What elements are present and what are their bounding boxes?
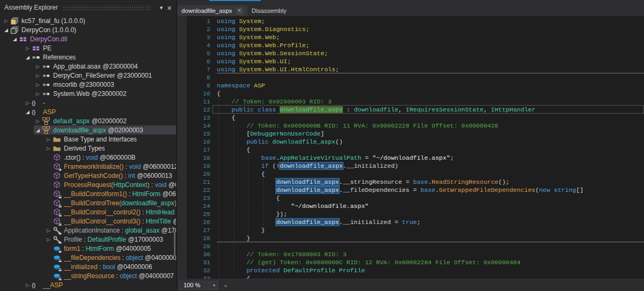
code-line[interactable]: 27 } — [187, 226, 644, 234]
tab-downloadfile-aspx[interactable]: downloadfile_aspx × — [177, 5, 247, 16]
code-line[interactable]: 9namespace ASP — [187, 81, 644, 89]
tree-item[interactable]: ▷{}- — [0, 98, 176, 107]
code-line[interactable]: 24 "~/downloadfile.aspx" — [187, 202, 644, 210]
expander-icon[interactable]: ◢ — [2, 27, 10, 33]
tree-item[interactable]: ◢{}ASP — [0, 107, 176, 116]
code-line[interactable]: 17 { — [187, 146, 644, 154]
tree-item[interactable]: ▷mscorlib @23000003 — [0, 80, 176, 89]
code-line[interactable]: 33 { — [187, 274, 644, 279]
tree-item[interactable]: ◢downloadfile_aspx @02000003 — [0, 125, 176, 135]
tree-item[interactable]: form1 : HtmlForm @04000005 — [0, 244, 176, 253]
tree-item[interactable]: FrameworkInitialize() : void @06000012 — [0, 162, 176, 171]
expander-icon[interactable]: ▷ — [45, 228, 53, 233]
tree-item[interactable]: __BuildControl__control3() : HtmlTitle @ — [0, 217, 176, 226]
tree-item[interactable]: __initialized : bool @04000006 — [0, 262, 176, 271]
expander-icon[interactable]: ▷ — [34, 82, 42, 87]
zoom-combo[interactable]: 100 % ▾ — [179, 281, 218, 290]
code-line-text: }); — [217, 210, 287, 218]
code-line[interactable]: 14 // Token: 0x0600000B RID: 11 RVA: 0x0… — [187, 122, 644, 130]
tree-item[interactable]: ◢DerpyCon (1.0.0.0) — [0, 25, 176, 34]
expander-icon[interactable]: ▷ — [24, 46, 32, 51]
tree-item[interactable]: ▷DerpyCon_FileServer @23000001 — [0, 71, 176, 80]
tree-item[interactable]: __fileDependencies : object @04000008 — [0, 253, 176, 262]
tree-item-label: .ctor() : void @0600000B — [64, 154, 136, 161]
tree-item[interactable]: ▷App_global.asax @23000004 — [0, 62, 176, 71]
scroll-left-icon[interactable]: ◂ — [224, 282, 226, 288]
panel-close-icon[interactable]: × — [167, 4, 172, 12]
code-line[interactable]: 3using System.Web; — [187, 33, 644, 41]
code-line[interactable]: 20 { — [187, 170, 644, 178]
tree-item[interactable]: ▷System.Web @23000002 — [0, 89, 176, 98]
expander-icon[interactable]: ▷ — [34, 64, 42, 69]
panel-menu-icon[interactable]: ▾ — [160, 5, 163, 11]
tree-item[interactable]: __BuildControlform1() : HtmlForm @060 — [0, 189, 176, 198]
code-line[interactable]: 2using System.Diagnostics; — [187, 25, 644, 33]
code-line[interactable]: 12 public class downloadfile_aspx : down… — [187, 106, 644, 114]
code-line[interactable]: 13 { — [187, 114, 644, 122]
tree-item[interactable]: ◢References — [0, 53, 176, 62]
tree-item[interactable]: ▷Base Type and Interfaces — [0, 135, 176, 144]
expander-icon[interactable]: ▷ — [45, 137, 53, 142]
code-line[interactable]: 28 } — [187, 234, 644, 242]
tree-item[interactable]: ◢DerpyCon.dll — [0, 34, 176, 43]
panel-drag-grip[interactable] — [63, 5, 151, 10]
code-line[interactable]: 5using System.Web.SessionState; — [187, 49, 644, 57]
method-icon — [53, 190, 61, 198]
expander-icon[interactable]: ▷ — [24, 100, 32, 106]
code-line[interactable]: 29 — [187, 242, 644, 250]
tab-disassembly[interactable]: Disassembly — [247, 5, 291, 16]
code-line[interactable]: 15 [DebuggerNonUserCode] — [187, 130, 644, 138]
expander-icon[interactable]: ▷ — [34, 118, 42, 124]
expander-icon[interactable]: ▷ — [24, 282, 32, 288]
code-line[interactable]: 25 }); — [187, 210, 644, 218]
code-line[interactable]: 16 public downloadfile_aspx() — [187, 138, 644, 146]
code-line[interactable]: 6using System.Web.UI; — [187, 57, 644, 65]
expander-icon[interactable]: ▷ — [34, 73, 42, 78]
tree-item[interactable]: ▷default_aspx @02000002 — [0, 116, 176, 125]
tree-item[interactable]: GetTypeHashCode() : int @06000013 — [0, 171, 176, 180]
tree-item[interactable]: __BuildControl__control2() : HtmlHead @ — [0, 207, 176, 217]
line-number: 19 — [187, 162, 210, 170]
tree-item[interactable]: ▷Derived Types — [0, 144, 176, 153]
expander-icon[interactable]: ▷ — [45, 146, 53, 151]
expander-icon[interactable]: ◢ — [11, 36, 19, 42]
code-line[interactable]: 8 — [187, 73, 644, 81]
code-line[interactable]: 30 // Token: 0x17000003 RID: 3 — [187, 250, 644, 258]
tree-item[interactable]: ▷kc57_final_fu (1.0.0.0) — [0, 16, 176, 25]
code-line[interactable]: 32 protected DefaultProfile Profile — [187, 266, 644, 274]
code-line[interactable]: 22 downloadfile_aspx.__fileDependencies … — [187, 186, 644, 194]
expander-icon[interactable]: ◢ — [24, 109, 32, 115]
expander-icon[interactable]: ◢ — [34, 128, 42, 133]
tab-close-icon[interactable]: × — [236, 8, 243, 14]
expander-icon[interactable]: ▷ — [45, 237, 53, 242]
code-line[interactable]: 23 { — [187, 194, 644, 202]
tree-item[interactable]: .ctor() : void @0600000B — [0, 153, 176, 162]
zoom-level-value[interactable]: 100 % — [179, 281, 209, 290]
code-line[interactable]: 4using System.Web.Profile; — [187, 41, 644, 49]
code-editor[interactable]: 1using System;2using System.Diagnostics;… — [177, 16, 644, 279]
code-line[interactable]: 18 base.AppRelativeVirtualPath = "~/down… — [187, 154, 644, 162]
tree-item[interactable]: __stringResource : object @04000007 — [0, 271, 176, 280]
tree-scrollbar-thumb[interactable] — [174, 232, 175, 256]
tree-item[interactable]: ProcessRequest(HttpContext) : void @06 — [0, 180, 176, 189]
code-line[interactable]: 7using System.Web.UI.HtmlControls; — [187, 65, 644, 73]
code-line[interactable]: 21 downloadfile_aspx.__stringResource = … — [187, 178, 644, 186]
assembly-tree: ▷kc57_final_fu (1.0.0.0)◢DerpyCon (1.0.0… — [0, 16, 176, 289]
code-line[interactable]: 19 if (!downloadfile_aspx.__initialized) — [187, 162, 644, 170]
zoom-dropdown-icon[interactable]: ▾ — [210, 281, 218, 290]
code-line[interactable]: 10{ — [187, 89, 644, 98]
expander-icon[interactable]: ◢ — [24, 55, 32, 60]
code-line[interactable]: 11 // Token: 0x02000003 RID: 3 — [187, 98, 644, 106]
tree-item[interactable]: ▷ApplicationInstance : global_asax @1700 — [0, 226, 176, 235]
tree-item[interactable]: ▷{}__ASP — [0, 280, 176, 289]
line-number: 12 — [187, 106, 210, 114]
tree-item[interactable]: ▷Profile : DefaultProfile @17000003 — [0, 235, 176, 244]
expander-icon[interactable]: ▷ — [34, 91, 42, 96]
code-line[interactable]: 26 downloadfile_aspx.__initialized = tru… — [187, 218, 644, 226]
code-line[interactable]: 1using System; — [187, 17, 644, 25]
expander-icon[interactable]: ▷ — [2, 18, 10, 24]
tree-item[interactable]: __BuildControlTree(downloadfile_aspx) : — [0, 198, 176, 207]
code-line[interactable]: 31 // (get) Token: 0x0600000C RID: 12 RV… — [187, 258, 644, 266]
tree-item[interactable]: ▷PE — [0, 43, 176, 53]
method-icon — [53, 199, 61, 207]
